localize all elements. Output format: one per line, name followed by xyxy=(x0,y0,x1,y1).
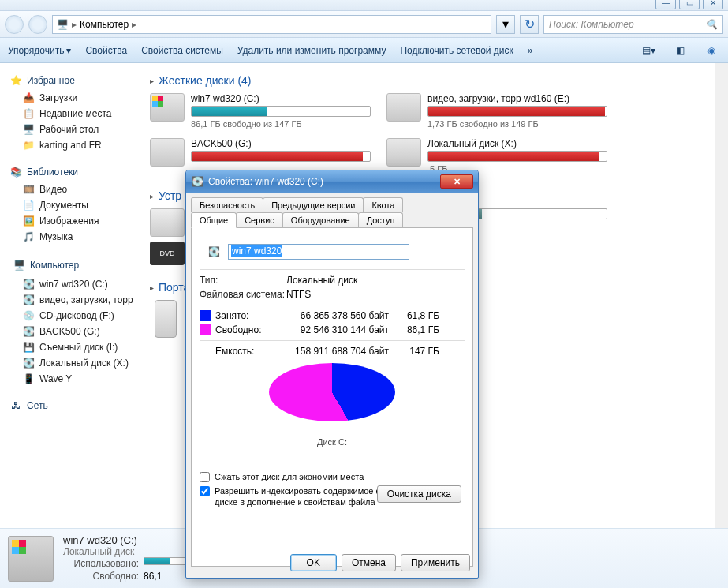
sidebar-item-pictures[interactable]: 🖼️Изображения xyxy=(5,213,135,229)
tab-hardware[interactable]: Оборудование xyxy=(282,212,359,227)
tab-tools[interactable]: Сервис xyxy=(236,212,283,227)
volume-name-input[interactable]: win7 wd320 xyxy=(228,244,409,260)
collapse-icon: ▸ xyxy=(150,283,154,292)
computer-header[interactable]: 🖥️Компьютер xyxy=(9,257,135,273)
phone-device-icon[interactable] xyxy=(155,300,177,338)
search-icon: 🔍 xyxy=(705,18,718,31)
drive-item[interactable]: видео, загрузки, торр wd160 (E:) 1,73 ГБ… xyxy=(386,93,607,129)
search-placeholder: Поиск: Компьютер xyxy=(549,19,634,30)
collapse-icon: ▸ xyxy=(150,192,154,200)
properties-dialog: 💽 Свойства: win7 wd320 (C:) ✕ Безопаснос… xyxy=(185,170,479,579)
used-bytes: 66 365 378 560 байт xyxy=(278,310,389,321)
sidebar-item-recent[interactable]: 📋Недавние места xyxy=(5,106,135,122)
phone-icon: 📱 xyxy=(22,373,35,385)
used-label: Занято: xyxy=(215,310,278,321)
uninstall-button[interactable]: Удалить или изменить программу xyxy=(237,45,386,56)
network-header[interactable]: 🖧Сеть xyxy=(9,399,135,412)
free-swatch xyxy=(200,324,211,335)
toolbar: Упорядочить ▾ Свойства Свойства системы … xyxy=(0,38,728,63)
tab-security[interactable]: Безопасность xyxy=(191,197,263,212)
close-button[interactable]: ✕ xyxy=(703,0,723,9)
drive-icon: 💽 xyxy=(22,325,35,338)
free-label: Свободно: xyxy=(215,324,278,335)
help-button[interactable]: ◉ xyxy=(703,42,720,59)
drive-item[interactable]: win7 wd320 (C:) 86,1 ГБ свободно из 147 … xyxy=(150,93,371,129)
address-bar[interactable]: 🖥️ ▸ Компьютер ▸ xyxy=(52,15,491,34)
sidebar: ⭐Избранное 📥Загрузки 📋Недавние места 🖥️Р… xyxy=(0,63,140,528)
map-drive-button[interactable]: Подключить сетевой диск xyxy=(400,45,513,56)
forward-button[interactable] xyxy=(28,15,47,34)
libraries-header[interactable]: 📚Библиотеки xyxy=(9,166,135,178)
drive-icon: 💽 xyxy=(22,278,35,290)
properties-button[interactable]: Свойства xyxy=(85,45,127,56)
min-button[interactable]: — xyxy=(655,0,676,9)
computer-icon: 🖥️ xyxy=(56,18,69,31)
max-button[interactable]: ▭ xyxy=(679,0,700,9)
document-icon: 📄 xyxy=(22,199,35,212)
capacity-bytes: 158 911 688 704 байт xyxy=(278,346,389,357)
cancel-button[interactable]: Отмена xyxy=(342,554,396,571)
tab-panel-general: 💽 win7 wd320 Тип:Локальный диск Файловая… xyxy=(191,227,473,567)
tab-general[interactable]: Общие xyxy=(191,212,237,228)
drive-usage-bar xyxy=(191,151,371,162)
system-properties-button[interactable]: Свойства системы xyxy=(141,45,223,56)
filesystem-label: Файловая система: xyxy=(200,289,286,300)
sidebar-drive-e[interactable]: 💽видео, загрузки, торр xyxy=(5,292,135,308)
desktop-icon: 🖥️ xyxy=(22,123,35,136)
drive-usage-bar xyxy=(427,151,607,162)
compress-checkbox[interactable] xyxy=(200,472,210,482)
drive-name: видео, загрузки, торр wd160 (E:) xyxy=(427,93,607,104)
view-menu[interactable]: ▤▾ xyxy=(640,42,657,59)
cd-drive-icon xyxy=(150,208,185,237)
sidebar-drive-i[interactable]: 💾Съемный диск (I:) xyxy=(5,339,135,355)
toolbar-overflow[interactable]: » xyxy=(528,45,533,56)
drive-large-icon: 💽 xyxy=(200,239,228,264)
drive-usage-bar xyxy=(191,106,371,117)
favorites-header[interactable]: ⭐Избранное xyxy=(9,74,135,87)
tab-quota[interactable]: Квота xyxy=(363,197,403,212)
titlebar: — ▭ ✕ xyxy=(0,0,728,11)
history-dropdown[interactable]: ▾ xyxy=(496,15,515,34)
sidebar-item-desktop[interactable]: 🖥️Рабочий стол xyxy=(5,122,135,137)
refresh-button[interactable]: ↻ xyxy=(520,15,539,34)
search-input[interactable]: Поиск: Компьютер 🔍 xyxy=(543,15,723,34)
tab-previous-versions[interactable]: Предыдущие версии xyxy=(263,197,364,212)
star-icon: ⭐ xyxy=(9,74,22,87)
disk-cleanup-button[interactable]: Очистка диска xyxy=(377,485,461,503)
filesystem-value: NTFS xyxy=(286,289,465,300)
sidebar-item-folder[interactable]: 📁karting and FR xyxy=(5,137,135,153)
sidebar-drive-cd[interactable]: 💿CD-дисковод (F:) xyxy=(5,308,135,324)
ok-button[interactable]: OK xyxy=(290,554,337,571)
collapse-icon: ▸ xyxy=(150,77,154,85)
drive-free-text: 86,1 ГБ свободно из 147 ГБ xyxy=(191,119,371,129)
removable-icon: 💾 xyxy=(22,341,35,354)
compress-label: Сжать этот диск для экономии места xyxy=(215,471,364,482)
tab-sharing[interactable]: Доступ xyxy=(358,212,404,227)
drive-item[interactable]: BACK500 (G:) xyxy=(150,138,371,174)
index-checkbox[interactable] xyxy=(200,486,210,496)
drive-item[interactable]: Локальный диск (X:) ,5 ГБ xyxy=(386,138,607,174)
dialog-close-button[interactable]: ✕ xyxy=(440,174,473,189)
drive-icon: 💽 xyxy=(22,357,35,369)
hdd-section-header[interactable]: ▸Жесткие диски (4) xyxy=(150,74,719,87)
organize-menu[interactable]: Упорядочить ▾ xyxy=(8,45,71,56)
sidebar-item-downloads[interactable]: 📥Загрузки xyxy=(5,90,135,106)
dialog-titlebar[interactable]: 💽 Свойства: win7 wd320 (C:) ✕ xyxy=(186,170,478,193)
sidebar-drive-x[interactable]: 💽Локальный диск (X:) xyxy=(5,355,135,371)
library-icon: 📚 xyxy=(9,166,22,178)
preview-pane-button[interactable]: ◧ xyxy=(671,42,689,59)
breadcrumb-root[interactable]: Компьютер xyxy=(80,19,129,30)
apply-button[interactable]: Применить xyxy=(401,554,470,571)
video-icon: 🎞️ xyxy=(22,183,35,196)
navbar: 🖥️ ▸ Компьютер ▸ ▾ ↻ Поиск: Компьютер 🔍 xyxy=(0,11,728,38)
sidebar-drive-c[interactable]: 💽win7 wd320 (C:) xyxy=(5,276,135,292)
sidebar-item-documents[interactable]: 📄Документы xyxy=(5,197,135,213)
scrollbar[interactable] xyxy=(715,63,728,528)
recent-icon: 📋 xyxy=(22,107,35,120)
sidebar-item-video[interactable]: 🎞️Видео xyxy=(5,182,135,197)
sidebar-item-music[interactable]: 🎵Музыка xyxy=(5,229,135,245)
picture-icon: 🖼️ xyxy=(22,215,35,227)
sidebar-wave-y[interactable]: 📱Wave Y xyxy=(5,371,135,387)
sidebar-drive-g[interactable]: 💽BACK500 (G:) xyxy=(5,324,135,339)
back-button[interactable] xyxy=(5,15,24,34)
